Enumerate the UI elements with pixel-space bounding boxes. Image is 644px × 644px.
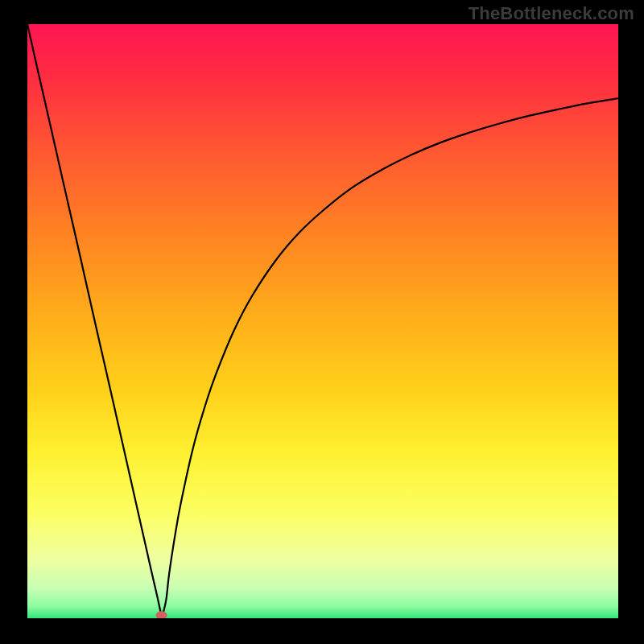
bottleneck-chart: [27, 24, 618, 618]
watermark-text: TheBottleneck.com: [469, 3, 634, 24]
chart-frame: TheBottleneck.com: [0, 0, 644, 644]
plot-area: [27, 24, 618, 618]
gradient-background: [27, 24, 618, 618]
